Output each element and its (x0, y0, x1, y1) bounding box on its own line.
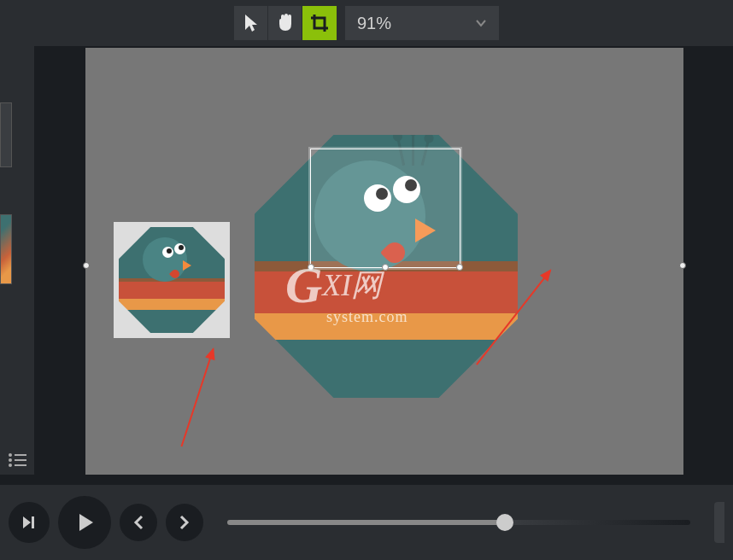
crop-handle[interactable] (308, 264, 314, 271)
select-tool-button[interactable] (234, 6, 268, 40)
list-view-button[interactable] (0, 446, 34, 475)
thumbnail-item[interactable] (0, 102, 12, 167)
play-skip-icon (20, 513, 38, 532)
crop-icon (309, 13, 330, 33)
timeline-handle[interactable] (496, 514, 513, 531)
playback-bar (0, 485, 733, 560)
timeline-slider[interactable] (227, 520, 690, 525)
play-icon (73, 510, 97, 534)
list-icon (8, 453, 26, 467)
next-button[interactable] (166, 504, 203, 541)
flower-decoration (475, 152, 497, 174)
cursor-icon (242, 13, 261, 33)
svg-rect-1 (15, 454, 26, 456)
play-button[interactable] (58, 496, 111, 549)
preview-thumbnail[interactable] (114, 222, 230, 338)
zoom-select[interactable]: 91% (345, 6, 499, 40)
play-skip-button[interactable] (9, 502, 50, 543)
bee-decoration (494, 147, 509, 157)
crop-tool-button[interactable] (302, 6, 337, 40)
svg-point-2 (9, 458, 12, 462)
tool-group (234, 6, 337, 40)
hand-tool-button[interactable] (268, 6, 302, 40)
crop-handle[interactable] (456, 264, 463, 271)
svg-point-4 (9, 464, 12, 467)
thumbnail-strip (0, 102, 12, 296)
canvas[interactable]: GXI网 system.com (85, 48, 683, 475)
svg-rect-3 (15, 459, 26, 461)
zoom-value: 91% (357, 14, 391, 33)
canvas-handle-left[interactable] (83, 262, 90, 269)
svg-rect-5 (15, 464, 26, 466)
annotation-arrow (181, 349, 214, 447)
thumbnail-item-selected[interactable] (0, 214, 12, 284)
canvas-handle-right[interactable] (679, 262, 686, 269)
right-panel-stub[interactable] (714, 502, 724, 543)
previous-button[interactable] (120, 504, 157, 541)
top-toolbar: 91% (0, 0, 733, 46)
hand-icon (274, 12, 296, 34)
crop-selection[interactable] (310, 149, 460, 268)
chevron-down-icon (475, 19, 487, 27)
crop-handle[interactable] (382, 264, 389, 271)
chevron-left-icon (132, 514, 145, 531)
svg-point-0 (9, 453, 12, 457)
chevron-right-icon (178, 514, 191, 531)
